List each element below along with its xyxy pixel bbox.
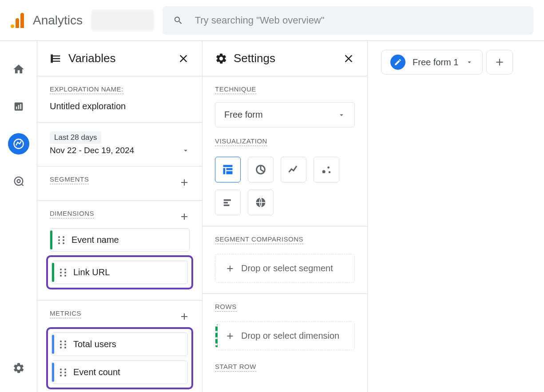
date-range-value: Nov 22 - Dec 19, 2024: [50, 146, 134, 155]
viz-donut-icon[interactable]: [248, 157, 274, 182]
variables-icon: [50, 52, 62, 65]
rows-drop-text: Drop or select dimension: [241, 331, 339, 341]
plus-icon: [494, 56, 505, 68]
svg-point-10: [327, 166, 330, 169]
metric-chip[interactable]: Total users: [52, 333, 188, 356]
svg-point-4: [14, 139, 23, 149]
technique-label: TECHNIQUE: [215, 85, 256, 94]
metrics-section: METRICS Total users Event count: [37, 301, 202, 392]
exploration-name-label: EXPLORATION NAME:: [50, 85, 123, 94]
metric-chip[interactable]: Event count: [52, 360, 188, 384]
viz-scatter-icon[interactable]: [314, 157, 339, 182]
drag-handle-icon: [58, 236, 65, 244]
viz-line-icon[interactable]: [281, 157, 306, 182]
metric-label: Event count: [73, 367, 120, 377]
drag-handle-icon: [60, 368, 67, 376]
tutorial-highlight: Link URL: [46, 255, 193, 289]
visualization-label: VISUALIZATION: [215, 137, 267, 146]
analytics-logo-icon: [11, 13, 24, 28]
nav-admin-icon[interactable]: [8, 357, 29, 379]
top-bar: Analytics: [0, 0, 544, 41]
add-metric-icon[interactable]: [179, 311, 190, 322]
rows-section: ROWS Drop or select dimension START ROW: [203, 294, 367, 388]
search-icon: [173, 15, 183, 26]
rows-label: ROWS: [215, 303, 237, 312]
left-nav-rail: [0, 41, 37, 392]
chevron-down-icon: [338, 111, 345, 119]
segments-section: SEGMENTS: [37, 166, 202, 201]
segment-drop-zone[interactable]: Drop or select segment: [215, 254, 355, 283]
dimension-label: Event name: [71, 235, 119, 245]
segment-comparisons-label: SEGMENT COMPARISONS: [215, 235, 303, 244]
svg-point-5: [14, 177, 23, 186]
visualization-grid: [215, 157, 355, 215]
add-tab-button[interactable]: [486, 50, 513, 75]
close-icon[interactable]: [342, 52, 355, 65]
variables-header: Variables: [37, 41, 202, 76]
tab-bar: Free form 1: [381, 50, 531, 75]
segment-drop-text: Drop or select segment: [241, 263, 333, 273]
add-dimension-icon[interactable]: [179, 211, 190, 222]
drag-handle-icon: [60, 341, 67, 348]
viz-table-icon[interactable]: [215, 157, 241, 182]
variables-panel: Variables EXPLORATION NAME: Untitled exp…: [37, 41, 203, 392]
segment-comparisons-section: SEGMENT COMPARISONS Drop or select segme…: [203, 226, 367, 294]
nav-home-icon[interactable]: [8, 59, 29, 80]
dimension-chip[interactable]: Event name: [50, 228, 190, 252]
plus-icon: [225, 331, 235, 341]
edit-icon: [390, 55, 405, 70]
segments-label: SEGMENTS: [50, 175, 89, 184]
exploration-name-section: EXPLORATION NAME: Untitled exploration: [37, 76, 202, 123]
account-picker[interactable]: [91, 10, 154, 31]
exploration-canvas: Free form 1: [368, 41, 544, 392]
settings-panel: Settings TECHNIQUE Free form VISUALIZATI…: [203, 41, 368, 392]
svg-rect-14: [224, 205, 230, 206]
viz-geo-icon[interactable]: [248, 190, 274, 215]
viz-bar-icon[interactable]: [215, 190, 241, 215]
svg-rect-1: [16, 107, 17, 109]
date-range-section[interactable]: Last 28 days Nov 22 - Dec 19, 2024: [37, 123, 202, 166]
svg-rect-13: [224, 202, 228, 204]
plus-icon: [225, 264, 235, 273]
svg-rect-12: [224, 199, 231, 201]
search-bar[interactable]: [163, 6, 533, 35]
nav-reports-icon[interactable]: [8, 96, 29, 117]
svg-rect-2: [18, 105, 19, 109]
settings-title: Settings: [234, 51, 336, 65]
svg-point-6: [17, 180, 20, 183]
start-row-label: START ROW: [215, 363, 256, 372]
tutorial-highlight: Total users Event count: [46, 327, 193, 389]
tab-free-form[interactable]: Free form 1: [381, 50, 483, 75]
dimensions-label: DIMENSIONS: [50, 210, 94, 218]
dimensions-section: DIMENSIONS Event name Link URL: [37, 201, 202, 301]
date-preset: Last 28 days: [50, 131, 101, 144]
technique-section: TECHNIQUE Free form VISUALIZATION: [203, 76, 367, 226]
drag-handle-icon: [60, 269, 67, 277]
variables-title: Variables: [68, 51, 171, 65]
settings-header: Settings: [203, 41, 367, 76]
dimension-chip[interactable]: Link URL: [52, 261, 188, 284]
search-input[interactable]: [194, 14, 523, 27]
metric-label: Total users: [73, 339, 116, 349]
metrics-label: METRICS: [50, 309, 81, 318]
technique-value: Free form: [224, 110, 263, 120]
svg-rect-3: [20, 104, 21, 109]
product-label: Analytics: [33, 13, 83, 28]
nav-explore-icon[interactable]: [8, 133, 29, 154]
dimension-label: Link URL: [73, 267, 110, 277]
chevron-down-icon: [465, 58, 473, 66]
svg-point-9: [322, 170, 326, 173]
rows-drop-zone[interactable]: Drop or select dimension: [215, 321, 355, 350]
nav-advertising-icon[interactable]: [8, 170, 29, 192]
exploration-name-value[interactable]: Untitled exploration: [50, 99, 190, 111]
svg-rect-7: [51, 54, 53, 63]
tab-label: Free form 1: [413, 57, 458, 67]
add-segment-icon[interactable]: [179, 177, 190, 188]
close-icon[interactable]: [177, 52, 190, 65]
gear-icon: [215, 52, 227, 65]
technique-select[interactable]: Free form: [215, 102, 355, 127]
chevron-down-icon: [182, 147, 190, 154]
svg-point-11: [329, 171, 331, 174]
